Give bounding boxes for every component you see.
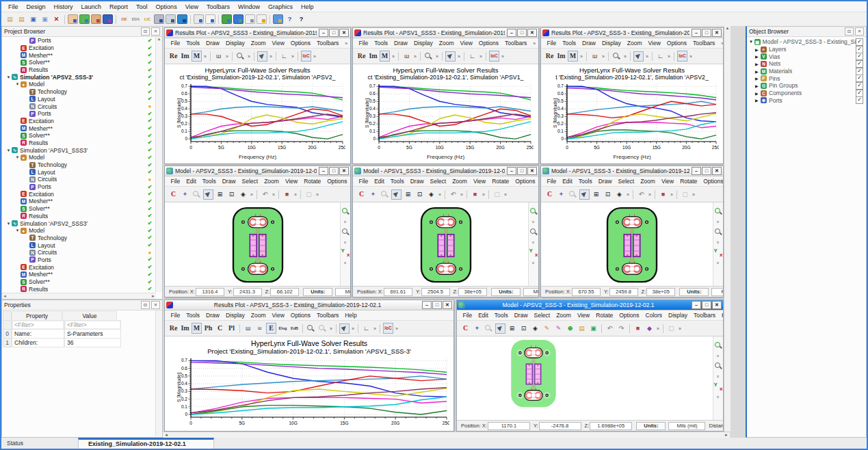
visibility-checkbox[interactable]: ✓ (856, 68, 863, 75)
select-cursor-icon[interactable] (339, 323, 350, 334)
visibility-checkbox[interactable]: ✓ (856, 46, 863, 53)
xy-axes-icon[interactable]: Yx (713, 248, 724, 258)
marker-icon[interactable]: ∟ (279, 51, 289, 62)
window-titlebar[interactable]: Model - APSV1_SSS3 - Existing_Simulation… (353, 166, 538, 176)
panel-close-icon[interactable]: ✕ (855, 27, 864, 36)
real-icon[interactable]: Re (168, 323, 179, 334)
overflow-chevron-icon[interactable]: » (343, 262, 348, 265)
expand-arrow-icon[interactable]: ▶ (755, 54, 761, 59)
menu-item-zoom[interactable]: Zoom (261, 178, 282, 185)
expand-arrow-icon[interactable]: ▼ (5, 222, 12, 226)
archive-icon[interactable] (91, 14, 101, 24)
new-file-icon[interactable]: ▤ (5, 14, 15, 25)
overflow-chevron-icon[interactable]: » (434, 54, 440, 59)
y-field[interactable]: -2476.8 (539, 422, 581, 430)
menu-item-draw[interactable]: Draw (407, 178, 427, 185)
tree-item-mesher[interactable]: MMesher**✔ (3, 198, 155, 205)
menu-item-toolbars[interactable]: Toolbars (690, 40, 718, 47)
edit-pencil-icon[interactable]: ✎ (553, 323, 564, 334)
overflow-chevron-icon[interactable]: » (666, 54, 672, 59)
image-export-icon[interactable] (273, 14, 283, 24)
y-field[interactable]: 2431.3 (233, 288, 262, 296)
undo-icon[interactable]: ↶ (448, 189, 458, 200)
window-titlebar[interactable]: Model - APSV2_SSS-3 - Existing_Simulatio… (457, 300, 723, 310)
menu-item-history[interactable]: History (50, 3, 77, 10)
measure-ruler-icon[interactable]: ▤ (577, 323, 587, 334)
model-view-canvas[interactable] (498, 337, 569, 411)
overflow-chevron-icon[interactable]: » (716, 375, 721, 378)
menu-item-view[interactable]: View (574, 312, 592, 319)
tree-item-simulation-apsv1-sss3[interactable]: ▼∿Simulation 'APSV1_SSS3'✔ (3, 146, 155, 154)
complex-icon[interactable]: C (215, 323, 225, 334)
menu-item-help[interactable]: Help (342, 312, 360, 319)
menu-item-item[interactable]: » (350, 179, 351, 184)
sparam-plot[interactable]: 00.10.20.30.40.50.60.705G10G15G20G25G (174, 356, 449, 426)
menu-item-edit[interactable]: Edit (183, 178, 200, 185)
menu-item-file[interactable]: File (4, 3, 23, 10)
overflow-chevron-icon[interactable]: » (478, 54, 484, 59)
menu-item-window[interactable]: Window (234, 3, 264, 10)
overflow-chevron-icon[interactable]: » (459, 192, 464, 197)
tree-item-solver[interactable]: SSolver**✔ (3, 59, 155, 66)
axis-linear-icon[interactable]: ш (213, 51, 224, 62)
close-doc-icon[interactable]: ✕ (51, 14, 62, 25)
minimize-icon[interactable]: – (692, 301, 701, 309)
menu-item-view[interactable]: View (457, 40, 475, 47)
overflow-chevron-icon[interactable]: » (437, 192, 443, 197)
model-canvas[interactable]: »»Yx» (165, 202, 350, 286)
zoom-fit-icon[interactable] (529, 207, 539, 217)
polygon-select-icon[interactable]: ◈ (614, 189, 624, 200)
tree-item-results[interactable]: RResults✔ (3, 285, 155, 292)
smith-chart-icon[interactable]: loC (489, 51, 499, 62)
menu-item-edit[interactable]: Edit (371, 178, 388, 185)
menu-item-toolbars[interactable]: Toolbars (502, 40, 530, 47)
crop-region-icon[interactable]: ⊞ (591, 189, 601, 200)
project-tree-toggle-icon[interactable] (222, 14, 232, 24)
maximize-icon[interactable]: □ (702, 29, 711, 37)
table-row[interactable]: 0 Name: S-Parameters (3, 329, 162, 338)
maximize-icon[interactable]: □ (702, 301, 711, 309)
axis-linear-icon[interactable]: ш (590, 51, 600, 62)
tree-item-excitation[interactable]: EExcitation✔ (3, 263, 155, 271)
sheet-view-icon[interactable]: ▢ (680, 189, 690, 200)
sparam-plot[interactable]: 00.10.20.30.40.50.60.705G10G15G20G25G (551, 82, 719, 150)
model-canvas[interactable]: »»Yx» (353, 202, 538, 286)
close-icon[interactable]: ✕ (712, 301, 722, 309)
rotate-icon[interactable]: C (544, 189, 555, 200)
minimize-icon[interactable]: – (319, 29, 328, 37)
overflow-chevron-icon[interactable]: » (716, 241, 721, 244)
minimize-icon[interactable]: – (692, 167, 701, 175)
visibility-checkbox[interactable]: ✓ (856, 60, 863, 68)
select-cursor-icon[interactable] (257, 51, 267, 62)
menu-item-graphics[interactable]: Graphics (264, 3, 297, 10)
overflow-chevron-icon[interactable]: » (622, 54, 628, 59)
menu-item-file[interactable]: File (356, 40, 371, 47)
zoom-fit-icon[interactable] (341, 207, 351, 217)
menu-item-file[interactable]: File (168, 40, 183, 47)
zoom-fit-icon[interactable] (713, 207, 724, 217)
menu-item-display[interactable]: Display (599, 40, 624, 47)
model-view-canvas[interactable] (595, 203, 669, 286)
solid-view-icon[interactable]: ■ (470, 189, 480, 200)
maximize-icon[interactable]: □ (432, 301, 442, 309)
table-row[interactable]: 1 Children: 36 (3, 338, 162, 347)
tree-item-technology[interactable]: TTechnology✔ (3, 88, 155, 96)
minimize-icon[interactable]: – (422, 301, 432, 309)
save-hyp-icon[interactable] (154, 14, 164, 24)
crop-region-icon[interactable]: ⊞ (403, 189, 413, 200)
menu-item-draw[interactable]: Draw (391, 40, 411, 47)
menu-item-item[interactable]: » (342, 41, 351, 46)
fill-green-icon[interactable]: ▣ (588, 323, 599, 334)
eda-tool-icon[interactable]: EDA (131, 14, 141, 25)
menu-item-draw[interactable]: Draw (203, 312, 223, 319)
menu-item-tools[interactable]: Tools (199, 178, 219, 185)
overflow-chevron-icon[interactable]: » (716, 262, 721, 265)
visibility-checkbox[interactable]: ✓ (856, 96, 863, 104)
overflow-chevron-icon[interactable]: » (691, 192, 696, 197)
zoom-icon[interactable] (713, 361, 724, 371)
select-cursor-icon[interactable] (445, 51, 456, 62)
tree-item-layout[interactable]: LLayout✔ (3, 96, 155, 103)
magnitude-icon[interactable]: M (568, 51, 578, 62)
crop-region-icon[interactable]: ⊞ (507, 323, 517, 334)
pan-icon[interactable]: + (368, 189, 378, 200)
